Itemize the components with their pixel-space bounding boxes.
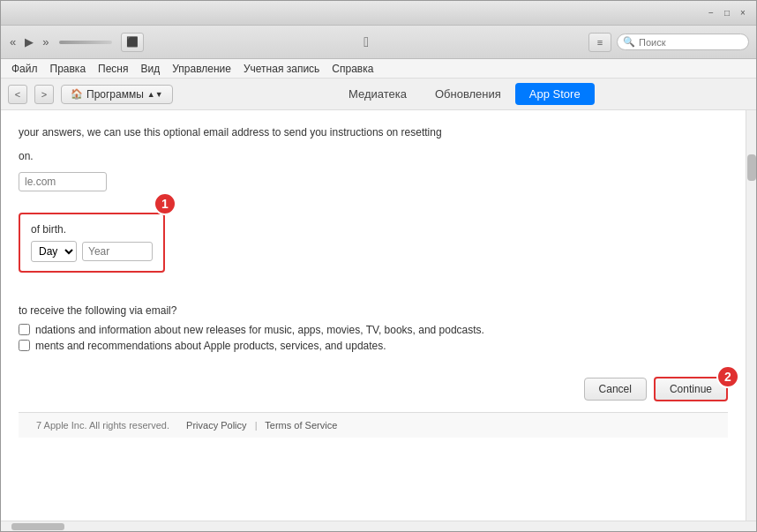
content-area: your answers, we can use this optional e… bbox=[1, 110, 746, 521]
chevron-down-icon: ▲▼ bbox=[147, 90, 163, 99]
scrollbar-thumb[interactable] bbox=[747, 154, 756, 181]
horizontal-scrollbar-thumb[interactable] bbox=[11, 523, 64, 530]
privacy-policy-link[interactable]: Privacy Policy bbox=[186, 420, 246, 431]
tab-library[interactable]: Медиатека bbox=[334, 83, 421, 105]
menu-help[interactable]: Справка bbox=[326, 61, 378, 77]
app-window: − □ × « ▶ » ⬛  ≡ 🔍 Файл Правка Песня Ви… bbox=[0, 0, 757, 532]
email-option-1: ndations and information about new relea… bbox=[19, 324, 728, 336]
apple-logo:  bbox=[364, 34, 369, 50]
intro-section: your answers, we can use this optional e… bbox=[19, 124, 728, 191]
menu-manage[interactable]: Управление bbox=[167, 61, 236, 77]
day-select[interactable]: Day bbox=[31, 241, 77, 262]
search-box: 🔍 bbox=[617, 34, 749, 50]
main-content: your answers, we can use this optional e… bbox=[1, 110, 756, 521]
search-input[interactable] bbox=[639, 37, 743, 48]
intro-text-2: on. bbox=[19, 148, 728, 165]
toolbar: « ▶ » ⬛  ≡ 🔍 bbox=[1, 26, 756, 59]
copyright-text: 7 Apple Inc. All rights reserved. bbox=[36, 420, 169, 431]
intro-text-1: your answers, we can use this optional e… bbox=[19, 124, 728, 141]
terms-of-service-link[interactable]: Terms of Service bbox=[265, 420, 337, 431]
menu-edit[interactable]: Правка bbox=[45, 61, 92, 77]
footer-separator-2: | bbox=[255, 420, 258, 431]
list-icon: ≡ bbox=[597, 37, 603, 48]
titlebar: − □ × bbox=[1, 1, 756, 26]
cancel-button[interactable]: Cancel bbox=[584, 378, 647, 401]
nav-tabs: Медиатека Обновления App Store bbox=[334, 83, 595, 105]
email-question: to receive the following via email? bbox=[19, 304, 728, 317]
email-option-1-text: ndations and information about new relea… bbox=[35, 324, 484, 336]
email-input[interactable] bbox=[19, 172, 107, 191]
minimize-button[interactable]: − bbox=[705, 7, 717, 19]
horizontal-scrollbar[interactable] bbox=[1, 521, 756, 531]
continue-wrapper: Continue 2 bbox=[654, 377, 728, 401]
menubar: Файл Правка Песня Вид Управление Учетная… bbox=[1, 59, 756, 79]
menu-view[interactable]: Вид bbox=[136, 61, 166, 77]
vertical-scrollbar[interactable] bbox=[746, 110, 756, 521]
menu-account[interactable]: Учетная запись bbox=[238, 61, 325, 77]
tab-updates[interactable]: Обновления bbox=[421, 83, 515, 105]
email-option-2-text: ments and recommendations about Apple pr… bbox=[35, 340, 386, 352]
forward-button[interactable]: > bbox=[34, 85, 54, 104]
navbar: < > 🏠 Программы ▲▼ Медиатека Обновления … bbox=[1, 79, 756, 110]
footer: 7 Apple Inc. All rights reserved. Privac… bbox=[19, 412, 728, 438]
airplay-icon: ⬛ bbox=[126, 36, 139, 48]
menu-song[interactable]: Песня bbox=[93, 61, 133, 77]
action-buttons: Cancel Continue 2 bbox=[19, 366, 728, 412]
rewind-button[interactable]: « bbox=[8, 34, 18, 50]
window-controls: − □ × bbox=[705, 7, 749, 19]
back-button[interactable]: < bbox=[8, 85, 27, 104]
birth-inputs: Day bbox=[31, 241, 153, 262]
programs-dropdown[interactable]: 🏠 Программы ▲▼ bbox=[61, 85, 173, 104]
email-preferences: to receive the following via email? ndat… bbox=[19, 304, 728, 352]
email-checkbox-1[interactable] bbox=[19, 324, 30, 335]
annotation-badge-2: 2 bbox=[716, 365, 739, 388]
tab-appstore[interactable]: App Store bbox=[515, 83, 595, 105]
play-button[interactable]: ▶ bbox=[23, 34, 35, 50]
search-icon: 🔍 bbox=[623, 36, 635, 48]
birth-label: of birth. bbox=[31, 223, 153, 236]
programs-icon: 🏠 bbox=[71, 88, 83, 100]
annotation-badge-1: 1 bbox=[154, 192, 176, 215]
year-input[interactable] bbox=[82, 242, 153, 261]
airplay-button[interactable]: ⬛ bbox=[121, 33, 144, 52]
volume-slider[interactable] bbox=[59, 41, 112, 44]
programs-label: Программы bbox=[86, 88, 144, 101]
list-view-button[interactable]: ≡ bbox=[588, 33, 611, 52]
maximize-button[interactable]: □ bbox=[721, 7, 733, 19]
fastforward-button[interactable]: » bbox=[41, 34, 50, 50]
email-option-2: ments and recommendations about Apple pr… bbox=[19, 340, 728, 352]
close-button[interactable]: × bbox=[737, 7, 749, 19]
menu-file[interactable]: Файл bbox=[6, 61, 43, 77]
email-checkbox-2[interactable] bbox=[19, 340, 30, 351]
birth-date-section: of birth. Day bbox=[19, 213, 165, 273]
